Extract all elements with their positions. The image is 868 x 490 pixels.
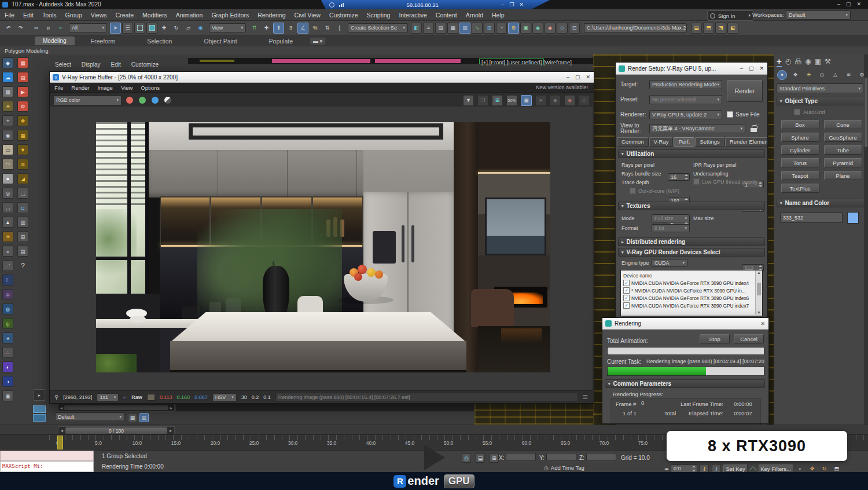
select-link-icon[interactable]: ∞ <box>31 23 42 34</box>
ring-light-icon[interactable]: ◎ <box>2 188 13 199</box>
maximize-icon[interactable]: ▢ <box>846 1 851 7</box>
plane-light-icon[interactable]: ▭ <box>2 144 13 155</box>
vfb-menu-render[interactable]: Render <box>71 85 89 91</box>
selection-filter-dropdown[interactable]: All▾ <box>69 23 107 32</box>
explorer-menu-edit[interactable]: Edit <box>111 61 121 68</box>
select-by-name-icon[interactable]: ☰ <box>122 23 133 34</box>
tab-perf[interactable]: Perf. <box>674 137 694 147</box>
cameras-category-icon[interactable]: ◘ <box>817 70 827 80</box>
next-frame-icon[interactable]: ▸ <box>167 428 174 433</box>
menu-tools[interactable]: Tools <box>42 12 57 19</box>
list-badge-icon[interactable]: ▥ <box>17 217 28 228</box>
target-dropdown[interactable]: Production Rendering Mode▾ <box>649 80 722 89</box>
render-setup-icon[interactable]: ⚙ <box>508 23 519 34</box>
spinner-snap-icon[interactable]: ⇅ <box>322 23 333 34</box>
rs-maximize-icon[interactable]: ▢ <box>749 65 754 71</box>
z-coordinate-field[interactable] <box>586 453 616 461</box>
render-iterative-icon[interactable]: ◆ <box>545 23 556 34</box>
viewport-label[interactable]: [+] [Front] [User Defined] [Wireframe] <box>481 59 572 65</box>
tube-button[interactable]: Tube <box>824 145 862 155</box>
create-tab-icon[interactable]: + <box>777 56 782 67</box>
pyramid-button[interactable]: Pyramid <box>824 158 862 167</box>
bank-icon[interactable]: ▤ <box>17 246 28 257</box>
lock-view-icon[interactable] <box>750 124 758 133</box>
scale-icon[interactable]: ▱ <box>183 23 194 34</box>
mirror-icon[interactable]: ◧ <box>411 23 422 34</box>
vfb-minimize-icon[interactable]: – <box>567 74 569 80</box>
mountain-icon[interactable]: ▲ <box>2 217 13 228</box>
vray-material-icon[interactable]: ◐ <box>2 361 13 372</box>
crossing-selection-icon[interactable] <box>146 23 157 34</box>
geosphere-button[interactable]: GeoSphere <box>824 133 862 142</box>
menu-scripting[interactable]: Scripting <box>367 12 391 19</box>
vfb-menu-options[interactable]: Options <box>141 85 160 91</box>
cone-button[interactable]: Cone <box>824 120 862 129</box>
rendering-dialog-title-bar[interactable]: Rendering ✕ <box>602 318 768 330</box>
project-folder-field[interactable]: C:\Users\thanhcong\Documents\3ds Max 202… <box>584 23 687 32</box>
vfb-render-last-icon[interactable]: ◆ <box>550 95 561 106</box>
vfb-menu-view[interactable]: View <box>121 85 133 91</box>
crown-icon[interactable]: ♔ <box>2 289 13 300</box>
renderer-dropdown[interactable]: V-Ray GPU 5, update 2▾ <box>649 110 722 119</box>
import-file-icon[interactable]: ⬓ <box>691 23 702 34</box>
remote-controls[interactable]: –❐✕ <box>501 2 524 8</box>
tab-selection[interactable]: Selection <box>147 38 172 45</box>
light-icon[interactable]: ☀ <box>2 101 13 112</box>
explorer-menu-display[interactable]: Display <box>82 61 101 68</box>
close-icon[interactable]: ✕ <box>856 1 861 7</box>
textplus-button[interactable]: TextPlus <box>781 184 819 193</box>
time-slider[interactable]: ◂ 0 / 100 ▸ <box>58 426 175 435</box>
selection-lock-icon[interactable]: ⬓ <box>476 454 485 463</box>
placement-icon[interactable]: ◉ <box>195 23 206 34</box>
object-name-field[interactable]: 333_532 <box>780 213 843 223</box>
timeline-playhead[interactable] <box>57 436 63 449</box>
vray-vfb-icon[interactable]: ▦ <box>17 57 28 68</box>
tab-freeform[interactable]: Freeform <box>91 38 116 45</box>
wedge-icon[interactable]: ◢ <box>17 173 28 184</box>
maxscript-mini-listener-top[interactable] <box>0 451 94 461</box>
time-slider-thumb[interactable]: 0 / 100 <box>65 427 167 434</box>
device-checkbox-icon[interactable]: ✓ <box>623 295 630 301</box>
vfb-region-icon[interactable]: ⊞ <box>492 95 503 106</box>
ribbon-minimize-icon[interactable]: ▬ ▾ <box>310 38 325 45</box>
menu-content[interactable]: Content <box>436 12 457 19</box>
drop-icon[interactable]: ▼ <box>17 144 28 155</box>
camera-icon[interactable]: ◉ <box>2 130 13 141</box>
named-selection-icon[interactable]: { <box>334 23 345 34</box>
vray-settings-icon[interactable]: ⚙ <box>17 101 28 112</box>
workspace-dropdown[interactable]: Default▾ <box>786 10 851 20</box>
helpers-category-icon[interactable]: △ <box>830 70 840 80</box>
menu-rendering[interactable]: Rendering <box>258 12 285 19</box>
out-of-core-checkbox[interactable] <box>630 188 636 194</box>
align-icon[interactable]: ≡ <box>423 23 434 34</box>
grass-icon[interactable]: ψ <box>2 318 13 329</box>
vray-ipr-icon[interactable]: ▶ <box>17 86 28 97</box>
reference-coordinate-dropdown[interactable]: View▾ <box>209 23 246 32</box>
keyboard-shortcut-toggle-icon[interactable]: ⬆ <box>273 23 284 34</box>
use-pivot-center-icon[interactable]: ⇈ <box>249 23 260 34</box>
menu-customize[interactable]: Customize <box>329 12 358 19</box>
textures-rollout-header[interactable]: ▾Textures <box>618 202 765 210</box>
view-to-render-dropdown[interactable]: 四元菜单 4 - VRayCam002▾ <box>649 124 745 133</box>
unlink-icon[interactable]: ⌀ <box>43 23 54 34</box>
maxscript-mini-listener[interactable]: MAXScript Mi: <box>0 461 94 472</box>
torus-button[interactable]: Torus <box>781 158 819 167</box>
dome-light-icon[interactable]: ◠ <box>2 159 13 170</box>
moon-icon[interactable]: ☾ <box>2 275 13 286</box>
x-coordinate-field[interactable] <box>506 453 536 461</box>
render-production-icon[interactable]: ◆ <box>532 23 543 34</box>
common-parameters-header[interactable]: ▾Common Parameters <box>605 379 765 388</box>
vfb-menu-file[interactable]: File <box>54 85 63 91</box>
vfb-copy-icon[interactable]: ❐ <box>477 95 488 106</box>
explorer-menu-customize[interactable]: Customize <box>131 61 159 68</box>
tab-object-paint[interactable]: Object Paint <box>204 38 237 45</box>
vfb-save-icon[interactable]: ▼ <box>463 95 474 106</box>
name-color-rollout-header[interactable]: ▾Name and Color <box>777 199 866 207</box>
preset-dropdown[interactable]: No preset selected▾ <box>649 95 722 104</box>
menu-create[interactable]: Create <box>116 12 134 19</box>
low-gpu-checkbox[interactable] <box>693 178 700 185</box>
toggle-ribbon-icon[interactable]: ▦ <box>447 23 458 34</box>
layer-manager-icon[interactable]: ▤ <box>435 23 446 34</box>
layers-icon[interactable]: ≋ <box>17 159 28 170</box>
shapes-category-icon[interactable]: ❖ <box>790 70 800 80</box>
